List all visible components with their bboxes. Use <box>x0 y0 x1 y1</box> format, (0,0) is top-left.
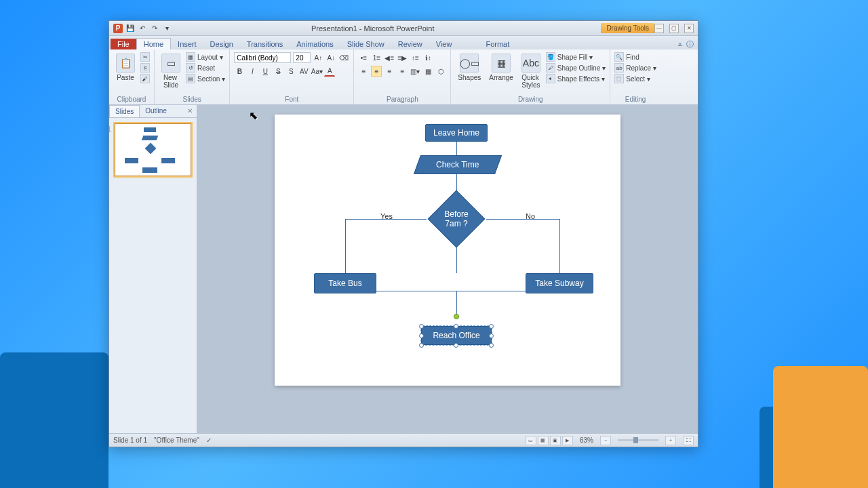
arrange-button[interactable]: ▦Arrange <box>486 52 516 83</box>
zoom-in-icon[interactable]: + <box>665 436 676 445</box>
resize-handle[interactable] <box>454 324 458 329</box>
copy-icon[interactable]: ⎘ <box>140 63 150 73</box>
shape-outline-button[interactable]: 🖊Shape Outline ▾ <box>546 63 606 73</box>
shape-reach-office[interactable]: Reach Office <box>421 326 492 345</box>
resize-handle[interactable] <box>489 324 494 329</box>
tab-transitions[interactable]: Transitions <box>240 39 290 49</box>
increase-indent-icon[interactable]: ≡▶ <box>397 52 408 63</box>
outline-tab[interactable]: Outline <box>140 105 172 117</box>
save-icon[interactable]: 💾 <box>125 24 135 33</box>
connector[interactable] <box>456 142 457 155</box>
font-size-select[interactable] <box>293 52 311 63</box>
cut-icon[interactable]: ✂ <box>140 52 150 62</box>
resize-handle[interactable] <box>454 343 458 348</box>
connector[interactable] <box>486 219 559 220</box>
undo-icon[interactable]: ↶ <box>138 24 147 33</box>
strikethrough-button[interactable]: S <box>273 66 283 77</box>
bold-button[interactable]: B <box>234 66 245 77</box>
smartart-icon[interactable]: ⬡ <box>435 66 446 77</box>
zoom-out-icon[interactable]: − <box>600 436 611 445</box>
shape-effects-button[interactable]: ✦Shape Effects ▾ <box>546 74 606 83</box>
redo-icon[interactable]: ↷ <box>150 24 159 33</box>
new-slide-button[interactable]: ▭ New Slide <box>159 52 183 90</box>
help-icon[interactable]: ⓘ <box>686 39 694 49</box>
reading-view-icon[interactable]: ▣ <box>550 436 561 445</box>
shrink-font-icon[interactable]: A↓ <box>326 52 336 63</box>
align-text-icon[interactable]: ▦ <box>422 66 433 77</box>
minimize-ribbon-icon[interactable]: ▵ <box>678 39 682 49</box>
tab-view[interactable]: View <box>429 39 459 49</box>
connector[interactable] <box>559 219 560 273</box>
resize-handle[interactable] <box>419 324 424 329</box>
zoom-slider[interactable] <box>618 439 658 441</box>
minimize-button[interactable]: — <box>654 24 664 33</box>
section-button[interactable]: ▤Section ▾ <box>186 74 225 83</box>
group-editing: 🔍Find abReplace ▾ ⬚Select ▾ Editing <box>610 49 660 104</box>
shape-take-bus[interactable]: Take Bus <box>314 273 376 293</box>
maximize-button[interactable]: ▢ <box>669 24 679 33</box>
numbering-icon[interactable]: 1≡ <box>371 52 382 63</box>
resize-handle[interactable] <box>419 333 424 338</box>
align-center-icon[interactable]: ≡ <box>371 66 382 77</box>
grow-font-icon[interactable]: A↑ <box>313 52 323 63</box>
shadow-button[interactable]: S <box>285 66 296 77</box>
replace-button[interactable]: abReplace ▾ <box>614 63 656 73</box>
connector[interactable] <box>345 219 346 273</box>
format-painter-icon[interactable]: 🖌 <box>140 74 150 83</box>
tab-home[interactable]: Home <box>136 38 171 49</box>
clear-formatting-icon[interactable]: ⌫ <box>338 52 349 63</box>
select-button[interactable]: ⬚Select ▾ <box>614 74 656 83</box>
close-button[interactable]: ✕ <box>684 24 694 33</box>
sorter-view-icon[interactable]: ▦ <box>538 436 549 445</box>
tab-insert[interactable]: Insert <box>171 39 203 49</box>
layout-button[interactable]: ▦Layout ▾ <box>186 52 225 62</box>
tab-animations[interactable]: Animations <box>290 39 340 49</box>
rotation-handle-icon[interactable] <box>454 314 459 319</box>
tab-file[interactable]: File <box>111 39 136 49</box>
font-name-select[interactable] <box>234 52 291 63</box>
align-right-icon[interactable]: ≡ <box>384 66 395 77</box>
powerpoint-logo-icon: P <box>113 24 123 33</box>
fit-to-window-icon[interactable]: ⛶ <box>683 436 694 445</box>
tab-format[interactable]: Format <box>479 39 516 49</box>
quick-styles-button[interactable]: AbcQuick Styles <box>519 52 543 90</box>
pencil-icon: 🖊 <box>546 63 555 73</box>
tab-review[interactable]: Review <box>391 39 429 49</box>
normal-view-icon[interactable]: ▭ <box>526 436 536 445</box>
justify-icon[interactable]: ≡ <box>397 66 408 77</box>
slide-canvas[interactable]: Leave Home Check Time Before 7am ? Yes N… <box>275 115 620 386</box>
shape-check-time[interactable]: Check Time <box>414 155 502 174</box>
reset-button[interactable]: ↺Reset <box>186 63 225 73</box>
line-spacing-icon[interactable]: ↕≡ <box>410 52 420 63</box>
char-spacing-icon[interactable]: AV <box>298 66 309 77</box>
slides-tab[interactable]: Slides <box>109 105 140 117</box>
decrease-indent-icon[interactable]: ◀≡ <box>384 52 395 63</box>
zoom-thumb[interactable] <box>633 437 638 443</box>
font-color-icon[interactable]: A <box>324 66 335 77</box>
qat-dropdown-icon[interactable]: ▾ <box>162 24 172 33</box>
tab-design[interactable]: Design <box>203 39 240 49</box>
shape-take-subway[interactable]: Take Subway <box>526 273 593 293</box>
change-case-icon[interactable]: Aa▾ <box>311 66 322 77</box>
text-direction-icon[interactable]: ℹ↕ <box>422 52 433 63</box>
tab-slideshow[interactable]: Slide Show <box>340 39 391 49</box>
slideshow-view-icon[interactable]: ▶ <box>562 436 573 445</box>
shape-leave-home[interactable]: Leave Home <box>425 124 488 142</box>
shapes-button[interactable]: ◯▭Shapes <box>455 52 484 83</box>
align-left-icon[interactable]: ≡ <box>358 66 369 77</box>
slide-editor[interactable]: Leave Home Check Time Before 7am ? Yes N… <box>197 105 698 433</box>
close-panel-icon[interactable]: ✕ <box>183 105 197 117</box>
spellcheck-icon[interactable]: ✓ <box>206 436 212 444</box>
columns-icon[interactable]: ▥▾ <box>410 66 420 77</box>
underline-button[interactable]: U <box>260 66 271 77</box>
resize-handle[interactable] <box>489 343 494 348</box>
shape-fill-button[interactable]: 🪣Shape Fill ▾ <box>546 52 606 62</box>
slide-thumbnail[interactable]: 1 <box>115 123 191 176</box>
bullets-icon[interactable]: •≡ <box>358 52 369 63</box>
layout-icon: ▦ <box>186 52 195 62</box>
resize-handle[interactable] <box>419 343 424 348</box>
resize-handle[interactable] <box>489 333 494 338</box>
find-button[interactable]: 🔍Find <box>614 52 656 62</box>
paste-button[interactable]: 📋 Paste <box>113 52 138 83</box>
italic-button[interactable]: I <box>247 66 258 77</box>
